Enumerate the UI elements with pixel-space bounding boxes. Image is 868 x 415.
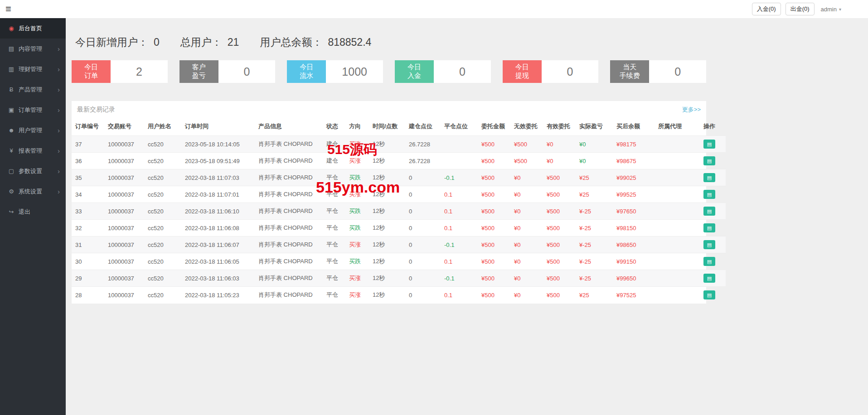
table-cell: ¥0 [510,203,543,220]
view-order-button[interactable]: ▤ [703,240,715,249]
stat-card-value: 0 [218,60,276,83]
orders-icon: ▣ [7,106,16,113]
view-order-button[interactable]: ▤ [703,190,715,199]
stat-card-label: 当天手续费 [610,60,649,83]
view-order-button[interactable]: ▤ [703,156,715,165]
sidebar-menu: ◉后台首页▤内容管理›▥理财管理›Ƀ产品管理›▣订单管理›☻用户管理›¥报表管理… [0,18,66,222]
sidebar-item-label: 理财管理 [19,65,42,73]
table-cell: 32 [72,220,104,236]
stat-card-label-line: 客户 [192,63,206,72]
view-order-button[interactable]: ▤ [703,140,715,149]
table-cell: 平仓 [323,287,345,304]
table-cell: ¥99650 [613,270,655,287]
table-cell: 肖邦手表 CHOPARD [255,136,323,153]
table-cell: ¥-25 [576,220,613,236]
table-header-cell: 买后余额 [613,117,655,136]
table-row: 2910000037cc5202022-03-18 11:06:03肖邦手表 C… [72,270,726,287]
table-cell: 10000037 [104,186,144,203]
stat-label: 用户总余额： [260,35,322,49]
withdraw-button[interactable]: 出金(0) [786,3,815,15]
sidebar-item-order[interactable]: ▣订单管理› [0,100,66,120]
chevron-right-icon: › [58,147,60,154]
table-cell: 肖邦手表 CHOPARD [255,169,323,186]
table-cell: 平仓 [323,203,345,220]
table-cell [655,136,700,153]
user-menu[interactable]: admin ▾ [819,4,843,14]
sidebar-item-user[interactable]: ☻用户管理› [0,120,66,140]
view-order-button[interactable]: ▤ [703,223,715,232]
table-cell: 33 [72,203,104,220]
table-row: 3210000037cc5202022-03-18 11:06:08肖邦手表 C… [72,220,726,236]
table-cell: 肖邦手表 CHOPARD [255,270,323,287]
table-cell: ¥500 [510,136,543,153]
stat-card-label-line: 今日 [407,63,421,72]
order-detail-icon: ▤ [707,226,712,231]
view-order-button[interactable]: ▤ [703,207,715,216]
table-cell: ¥-25 [576,203,613,220]
params-icon: ▢ [7,168,16,174]
chevron-right-icon: › [58,106,60,113]
table-cell: 0 [405,203,441,220]
table-cell: ¥-25 [576,270,613,287]
table-cell: 肖邦手表 CHOPARD [255,236,323,253]
table-cell: 0 [405,169,441,186]
table-cell: cc520 [144,253,181,270]
table-header-cell: 所属代理 [655,117,700,136]
table-cell: 26.7228 [405,153,441,169]
table-cell: 12秒 [369,270,405,287]
table-cell: ¥500 [478,136,510,153]
sidebar-item-content[interactable]: ▤内容管理› [0,39,66,59]
menu-toggle-icon[interactable]: ≡ [5,4,11,14]
stat-card-customer-pnl: 客户盈亏0 [179,60,276,83]
panel-header: 最新交易记录 更多>> [72,101,706,117]
stat-card-label-line: 当天 [623,63,636,72]
table-cell: 28 [72,287,104,304]
table-cell: 买涨 [345,287,369,304]
table-cell: ¥500 [478,287,510,304]
table-cell: -0.1 [441,236,478,253]
sidebar-item-label: 产品管理 [19,86,42,94]
view-order-button[interactable]: ▤ [703,257,715,266]
table-cell: 2022-03-18 11:07:01 [181,186,255,203]
table-row: 2810000037cc5202022-03-18 11:05:23肖邦手表 C… [72,287,726,304]
stat-total-balance: 用户总余额：818852.4 [260,35,371,49]
table-cell: ▤ [700,253,726,270]
view-order-button[interactable]: ▤ [703,274,715,283]
sidebar-item-params[interactable]: ▢参数设置› [0,161,66,181]
stat-card-label-line: 盈亏 [192,72,206,80]
order-detail-icon: ▤ [707,276,712,281]
more-link[interactable]: 更多>> [682,106,701,114]
stat-card-value: 2 [111,60,168,83]
table-header-cell: 平仓点位 [441,117,478,136]
sidebar-item-home[interactable]: ◉后台首页 [0,18,66,39]
table-cell: ¥500 [543,236,576,253]
table-cell: cc520 [144,203,181,220]
table-cell: cc520 [144,169,181,186]
view-order-button[interactable]: ▤ [703,173,715,182]
stat-cards: 今日订单2客户盈亏0今日流水1000今日入金0今日提现0当天手续费0 [72,60,706,83]
stat-card-label: 今日流水 [287,60,326,83]
stat-label: 总用户： [180,35,222,49]
table-header-cell: 时间/点数 [369,117,405,136]
finance-icon: ▥ [7,66,16,72]
sidebar-item-product[interactable]: Ƀ产品管理› [0,79,66,100]
table-header-cell: 交易账号 [104,117,144,136]
sidebar-item-system[interactable]: ⚙系统设置› [0,181,66,202]
table-cell: ¥97525 [613,287,655,304]
deposit-button[interactable]: 入金(0) [752,3,781,15]
sidebar-item-report[interactable]: ¥报表管理› [0,140,66,161]
settings-icon: ⚙ [7,188,16,195]
sidebar-item-finance[interactable]: ▥理财管理› [0,59,66,79]
table-cell: 0 [405,253,441,270]
table-cell [655,220,700,236]
table-cell: 肖邦手表 CHOPARD [255,220,323,236]
table-cell: 12秒 [369,203,405,220]
table-row: 3010000037cc5202022-03-18 11:06:05肖邦手表 C… [72,253,726,270]
table-cell: ▤ [700,236,726,253]
table-cell: 31 [72,236,104,253]
view-order-button[interactable]: ▤ [703,290,715,299]
watermark: 515源码 [327,140,377,159]
sidebar-item-logout[interactable]: ↪退出 [0,202,66,222]
table-cell: 10000037 [104,253,144,270]
trades-table-body: 3710000037cc5202023-05-18 10:14:05肖邦手表 C… [72,136,726,304]
